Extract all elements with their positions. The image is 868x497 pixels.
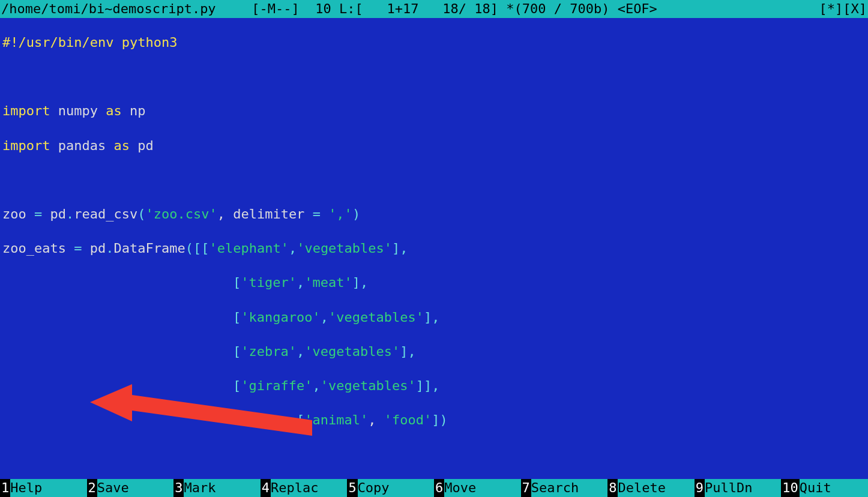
fkey-label: PullDn	[705, 481, 753, 495]
footer-function-bar: 1Help 2Save 3Mark 4Replac 5Copy 6Move 7S…	[0, 479, 868, 497]
fkey-save[interactable]: 2Save	[87, 479, 174, 497]
keyword: import	[2, 103, 50, 118]
bracket-close: ],	[424, 310, 440, 325]
editor-text-area[interactable]: #!/usr/bin/env python3 import numpy as n…	[0, 18, 868, 479]
code-line: ['kangaroo','vegetables'],	[2, 311, 866, 332]
indent	[2, 344, 233, 359]
dot: .	[106, 241, 113, 256]
keyword: import	[2, 138, 50, 153]
paren-open: (	[137, 206, 145, 221]
identifier: pd	[82, 241, 106, 256]
fkey-replac[interactable]: 4Replac	[261, 479, 348, 497]
identifier: read_csv	[74, 206, 137, 221]
comma: ,	[297, 275, 304, 290]
comma: ,	[321, 310, 328, 325]
indent	[2, 275, 233, 290]
code-line	[2, 173, 866, 194]
keyword: as	[113, 138, 130, 153]
string: 'kangaroo'	[241, 310, 320, 325]
fkey-move[interactable]: 6Move	[434, 479, 521, 497]
identifier: pd	[42, 206, 66, 221]
identifier: columns	[233, 412, 289, 427]
fkey-pulldn[interactable]: 9PullDn	[695, 479, 782, 497]
fkey-number: 2	[87, 479, 97, 497]
identifier: np	[122, 103, 146, 118]
bracket-open: [	[233, 344, 241, 359]
header-flags: [*][X]	[819, 2, 867, 16]
fkey-delete[interactable]: 8Delete	[607, 479, 695, 497]
bracket-open: [	[233, 275, 241, 290]
indent	[2, 310, 233, 325]
fkey-copy[interactable]: 5Copy	[347, 479, 434, 497]
identifier: zoo	[2, 206, 34, 221]
string: 'giraffe'	[241, 378, 312, 393]
string: ','	[328, 206, 352, 221]
fkey-quit[interactable]: 10Quit	[781, 479, 868, 497]
fkey-label: Copy	[358, 481, 391, 495]
bracket-close: ],	[392, 241, 408, 256]
shebang: #!/usr/bin/env python3	[2, 35, 177, 50]
dot: .	[66, 206, 74, 221]
indent	[2, 378, 233, 393]
code-line: ['zebra','vegetables'],	[2, 345, 866, 366]
bracket-close: ])	[432, 412, 448, 427]
keyword: as	[106, 103, 122, 118]
fkey-number: 6	[434, 479, 444, 497]
editor-header-bar: /home/tomi/bi~demoscript.py [-M--] 10 L:…	[0, 0, 868, 18]
operator: =[	[289, 412, 305, 427]
code-line: ['tiger','meat'],	[2, 276, 866, 297]
fkey-search[interactable]: 7Search	[521, 479, 608, 497]
string: 'vegetables'	[321, 378, 416, 393]
code-line: import numpy as np	[2, 104, 866, 125]
fkey-mark[interactable]: 3Mark	[173, 479, 261, 497]
code-line: ['giraffe','vegetables']],	[2, 379, 866, 400]
string: 'zebra'	[241, 344, 297, 359]
code-line	[2, 70, 866, 91]
fkey-number: 4	[261, 479, 271, 497]
code-line: zoo = pd.read_csv('zoo.csv', delimiter =…	[2, 208, 866, 229]
string: 'meat'	[304, 275, 352, 290]
fkey-number: 7	[521, 479, 531, 497]
code-line: zoo_eats = pd.DataFrame([['elephant','ve…	[2, 242, 866, 263]
identifier: pandas	[50, 138, 113, 153]
fkey-number: 3	[173, 479, 184, 497]
string: 'food'	[384, 412, 432, 427]
string: 'vegetables'	[304, 344, 400, 359]
string: 'zoo.csv'	[145, 206, 217, 221]
paren-close: )	[352, 206, 360, 221]
mcedit-screen: /home/tomi/bi~demoscript.py [-M--] 10 L:…	[0, 0, 868, 497]
comma: ,	[368, 412, 384, 427]
header-status: [-M--] 10 L:[ 1+17 18/ 18] *(700 / 700b)…	[216, 2, 819, 16]
fkey-number: 9	[695, 479, 705, 497]
space	[321, 206, 328, 221]
bracket-close: ]],	[416, 378, 440, 393]
fkey-label: Help	[10, 481, 43, 495]
identifier: , delimiter	[217, 206, 313, 221]
fkey-label: Replac	[271, 481, 319, 495]
fkey-number: 1	[0, 479, 10, 497]
identifier: pd	[130, 138, 154, 153]
fkey-number: 5	[347, 479, 357, 497]
comma: ,	[289, 241, 297, 256]
fkey-label: Save	[97, 481, 130, 495]
fkey-label: Quit	[800, 481, 833, 495]
bracket-close: ],	[352, 275, 369, 290]
code-line: import pandas as pd	[2, 139, 866, 160]
string: 'vegetables'	[328, 310, 424, 325]
fkey-label: Move	[444, 481, 477, 495]
string: 'tiger'	[241, 275, 297, 290]
bracket-open: [	[233, 378, 241, 393]
string: 'vegetables'	[297, 241, 392, 256]
fkey-label: Delete	[618, 481, 666, 495]
bracket-close: ],	[400, 344, 416, 359]
bracket-open: [	[233, 310, 241, 325]
fkey-help[interactable]: 1Help	[0, 479, 87, 497]
string: 'elephant'	[209, 241, 288, 256]
code-line: #!/usr/bin/env python3	[2, 36, 866, 57]
header-file-path: /home/tomi/bi~demoscript.py	[1, 2, 216, 16]
string: 'animal'	[304, 412, 368, 427]
fkey-number: 10	[781, 479, 800, 497]
fkey-label: Search	[531, 481, 580, 495]
code-line	[2, 448, 866, 469]
operator: =	[34, 206, 42, 221]
